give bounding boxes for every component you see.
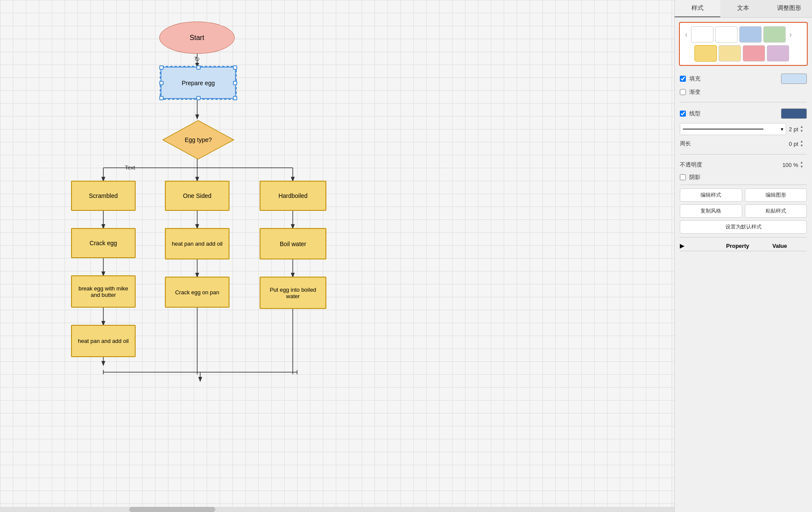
line-style-row: 线型	[680, 108, 807, 119]
egg-type-node[interactable]: Egg type?	[161, 118, 236, 161]
line-type-selector[interactable]: ▼	[680, 123, 786, 135]
copy-style-btn[interactable]: 复制风格	[680, 204, 742, 218]
one-sided-label: One Sided	[183, 192, 211, 199]
rotate-handle[interactable]: ↻	[193, 55, 200, 62]
opacity-stepper[interactable]: ▲ ▼	[800, 160, 807, 169]
perimeter-row: 周长 0 pt ▲ ▼	[680, 139, 807, 148]
edit-shape-btn[interactable]: 编辑图形	[745, 188, 807, 202]
heat-pan-onesided-node[interactable]: heat pan and add oil	[165, 228, 229, 259]
right-panel: 样式 文本 调整图形 ‹ › 填充	[674, 0, 812, 512]
text-annotation: Text	[125, 164, 135, 171]
shadow-label: 阴影	[689, 173, 807, 181]
divider-1	[680, 102, 807, 102]
crack-egg-label: Crack egg	[90, 240, 117, 247]
perimeter-control: 0 pt ▲ ▼	[789, 139, 807, 148]
stepper-down[interactable]: ▼	[800, 129, 807, 133]
prop-header-expand[interactable]: ▶	[680, 243, 726, 249]
fill-checkbox[interactable]	[680, 76, 686, 82]
line-solid-preview	[683, 129, 763, 130]
properties-section: 填充 渐变 线型 ▼ 2 pt ▲ ▼	[675, 70, 812, 185]
edit-style-btn[interactable]: 编辑样式	[680, 188, 742, 202]
line-style-checkbox[interactable]	[680, 111, 686, 117]
opacity-control: 100 % ▲ ▼	[782, 160, 807, 169]
shadow-checkbox[interactable]	[680, 174, 686, 180]
swatch-yellow[interactable]	[694, 45, 717, 62]
perimeter-value: 0 pt	[789, 141, 798, 147]
scroll-thumb[interactable]	[129, 507, 215, 512]
paste-style-btn[interactable]: 粘贴样式	[745, 204, 807, 218]
opacity-up[interactable]: ▲	[800, 160, 807, 165]
handle-tr[interactable]	[233, 65, 237, 70]
swatches-row-2	[683, 45, 803, 62]
tab-text[interactable]: 文本	[720, 0, 766, 17]
start-node[interactable]: Start	[159, 22, 235, 54]
prepare-egg-label: Prepare egg	[182, 80, 215, 86]
opacity-row: 不透明度 100 % ▲ ▼	[680, 160, 807, 169]
handle-br[interactable]	[233, 96, 237, 100]
start-label: Start	[190, 34, 205, 42]
prev-arrow[interactable]: ‹	[683, 30, 689, 39]
swatch-pink[interactable]	[743, 45, 765, 62]
break-egg-node[interactable]: break egg with mike and butter	[71, 275, 136, 308]
handle-bm[interactable]	[196, 96, 201, 100]
fill-color-picker[interactable]	[781, 74, 807, 84]
line-style-label: 线型	[689, 110, 778, 117]
swatches-row-1: ‹ ›	[683, 26, 803, 43]
horizontal-scrollbar[interactable]	[0, 507, 674, 512]
divider-2	[680, 154, 807, 154]
handle-tm[interactable]	[196, 65, 201, 70]
tab-adjust[interactable]: 调整图形	[766, 0, 812, 17]
fill-label: 填充	[689, 75, 778, 83]
next-arrow[interactable]: ›	[787, 30, 793, 39]
swatch-blue[interactable]	[739, 26, 762, 43]
boil-water-node[interactable]: Boil water	[260, 228, 326, 259]
tab-style[interactable]: 样式	[675, 0, 720, 17]
break-egg-label: break egg with mike and butter	[74, 285, 133, 298]
swatch-green[interactable]	[763, 26, 786, 43]
crack-egg-node[interactable]: Crack egg	[71, 228, 136, 258]
put-egg-node[interactable]: Put egg into boiled water	[260, 277, 326, 309]
one-sided-node[interactable]: One Sided	[165, 181, 229, 211]
line-width-stepper[interactable]: ▲ ▼	[800, 125, 807, 133]
opacity-label: 不透明度	[680, 161, 779, 169]
swatch-purple[interactable]	[767, 45, 789, 62]
line-selector-row: ▼ 2 pt ▲ ▼	[680, 123, 807, 135]
swatch-yellow2[interactable]	[719, 45, 741, 62]
merge-connector	[99, 370, 306, 383]
handle-mr[interactable]	[233, 81, 237, 85]
perimeter-up[interactable]: ▲	[800, 139, 807, 144]
hardboiled-label: Hardboiled	[279, 192, 308, 199]
btn-row-2: 复制风格 粘贴样式	[680, 204, 807, 218]
prop-header-value: Value	[772, 243, 807, 249]
set-default-btn[interactable]: 设置为默认样式	[680, 220, 807, 234]
perimeter-stepper[interactable]: ▲ ▼	[800, 139, 807, 148]
prepare-egg-node[interactable]: Prepare egg	[161, 67, 236, 99]
opacity-value: 100 %	[782, 162, 798, 168]
gradient-checkbox[interactable]	[680, 89, 686, 95]
line-width-value: 2 pt	[789, 126, 798, 133]
handle-tl[interactable]	[159, 65, 164, 70]
handle-ml[interactable]	[159, 81, 164, 85]
scrambled-node[interactable]: Scrambled	[71, 181, 136, 211]
canvas-area[interactable]: Start ↻ Prepare egg Egg type? Text Scram…	[0, 0, 674, 512]
shadow-row: 阴影	[680, 173, 807, 181]
fill-row: 填充	[680, 74, 807, 84]
heat-pan-scrambled-node[interactable]: heat pan and add oil	[71, 325, 136, 357]
gradient-label: 渐变	[689, 88, 807, 96]
boil-water-label: Boil water	[280, 241, 306, 247]
perimeter-down[interactable]: ▼	[800, 144, 807, 148]
property-table: ▶ Property Value	[675, 237, 812, 255]
egg-type-label: Egg type?	[185, 136, 212, 143]
stepper-up[interactable]: ▲	[800, 125, 807, 129]
swatch-white[interactable]	[691, 26, 713, 43]
handle-bl[interactable]	[159, 96, 164, 100]
hardboiled-node[interactable]: Hardboiled	[260, 181, 326, 211]
line-dropdown-arrow: ▼	[780, 127, 784, 132]
perimeter-label: 周长	[680, 140, 785, 148]
swatch-white2[interactable]	[715, 26, 738, 43]
prop-header-name: Property	[726, 243, 773, 249]
opacity-down[interactable]: ▼	[800, 165, 807, 169]
crack-egg-pan-node[interactable]: Crack egg on pan	[165, 277, 229, 308]
crack-egg-pan-label: Crack egg on pan	[175, 289, 220, 296]
line-color-picker[interactable]	[781, 108, 807, 119]
